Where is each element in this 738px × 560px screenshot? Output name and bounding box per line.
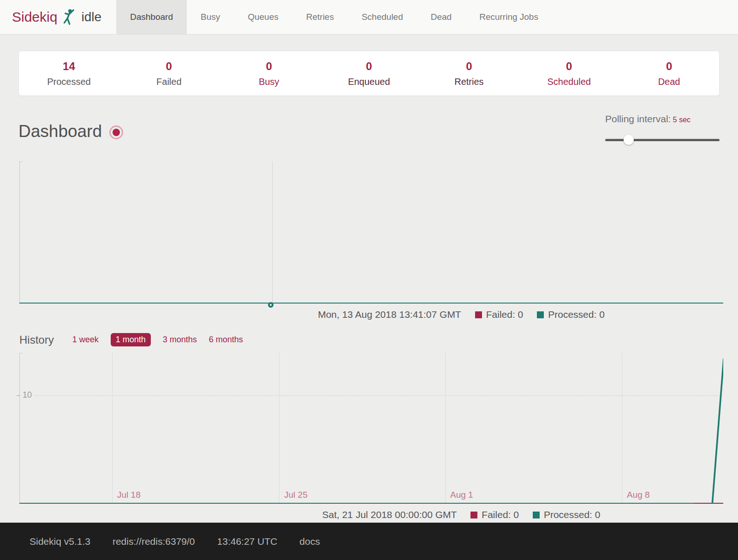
stat-retries-count: 0 (419, 60, 519, 73)
nav-tab-busy[interactable]: Busy (187, 0, 234, 34)
realtime-processed-line (19, 303, 723, 304)
stat-busy-link[interactable]: Busy (259, 77, 279, 87)
stat-processed-label: Processed (47, 77, 91, 87)
nav-tab-recurring-jobs[interactable]: Recurring Jobs (465, 0, 552, 34)
history-range-1-week[interactable]: 1 week (72, 335, 99, 345)
page-title: Dashboard (18, 122, 102, 141)
navbar: Sidekiq idle Dashboard Busy Queues Retri… (0, 0, 738, 35)
stat-enqueued: 0 Enqueued (319, 60, 419, 87)
footer-utc-time: 13:46:27 UTC (217, 536, 278, 547)
stat-processed: 14 Processed (19, 60, 119, 87)
realtime-legend-time: Mon, 13 Aug 2018 13:41:07 GMT (318, 309, 461, 320)
stat-busy: 0 Busy (219, 60, 319, 87)
polling-interval-label: Polling interval: (605, 113, 671, 124)
history-legend-time: Sat, 21 Jul 2018 00:00:00 GMT (322, 509, 457, 520)
processed-swatch-icon (533, 512, 540, 518)
history-range-6-months[interactable]: 6 months (209, 335, 243, 345)
realtime-legend: Mon, 13 Aug 2018 13:41:07 GMT Failed: 0 … (92, 309, 738, 320)
stat-retries: 0 Retries (419, 60, 519, 87)
processed-swatch-icon (537, 311, 544, 318)
history-legend: Sat, 21 Jul 2018 00:00:00 GMT Failed: 0 … (92, 509, 738, 520)
polling-interval-slider[interactable] (605, 135, 720, 145)
history-range-1-month[interactable]: 1 month (111, 333, 151, 346)
footer-docs-link[interactable]: docs (299, 536, 320, 547)
live-poll-beacon-icon (109, 125, 123, 139)
polling-interval-value[interactable]: 5 sec (673, 116, 690, 124)
realtime-y-axis (19, 161, 20, 304)
main-nav: Dashboard Busy Queues Retries Scheduled … (116, 0, 552, 34)
failed-swatch-icon (470, 512, 477, 518)
slider-thumb[interactable] (624, 135, 634, 145)
beacon-dot (113, 129, 120, 136)
y-tick-10: 10 (21, 390, 33, 400)
stat-scheduled: 0 Scheduled (519, 60, 619, 87)
footer-version: Sidekiq v5.1.3 (30, 536, 90, 547)
sidekiq-brand[interactable]: Sidekiq idle (0, 0, 111, 34)
stat-enqueued-link[interactable]: Enqueued (348, 77, 390, 87)
stat-failed-label: Failed (156, 77, 181, 87)
history-chart: 10 Jul 18 Jul 25 Aug 1 Aug 8 (19, 353, 723, 504)
stat-dead-link[interactable]: Dead (658, 77, 680, 87)
history-title: History (19, 334, 54, 346)
history-legend-failed: Failed: 0 (470, 509, 519, 520)
failed-swatch-icon (475, 311, 482, 318)
stat-processed-count: 14 (19, 60, 119, 73)
polling-controls: Polling interval: 5 sec (605, 113, 720, 145)
worker-status-text: idle (81, 10, 101, 24)
slider-track[interactable] (605, 139, 720, 141)
realtime-chart (19, 159, 723, 304)
sidekiq-ninja-icon (62, 9, 76, 25)
stat-enqueued-count: 0 (319, 60, 419, 73)
history-legend-processed: Processed: 0 (533, 509, 601, 520)
realtime-legend-processed: Processed: 0 (537, 309, 605, 320)
stat-scheduled-link[interactable]: Scheduled (547, 77, 591, 87)
history-range-3-months[interactable]: 3 months (163, 335, 197, 345)
nav-tab-queues[interactable]: Queues (234, 0, 292, 34)
summary-bar: 14 Processed 0 Failed 0 Busy 0 Enqueued … (18, 51, 720, 96)
history-header: History 1 week 1 month 3 months 6 months (19, 333, 720, 346)
history-processed-spike (19, 353, 723, 504)
nav-tab-dead[interactable]: Dead (417, 0, 465, 34)
stat-failed-count: 0 (119, 60, 219, 73)
stat-dead-count: 0 (619, 60, 719, 73)
stat-retries-link[interactable]: Retries (454, 77, 483, 87)
nav-tab-scheduled[interactable]: Scheduled (348, 0, 417, 34)
stat-scheduled-count: 0 (519, 60, 619, 73)
realtime-hover-dot (268, 302, 274, 308)
dashboard-header: Dashboard Polling interval: 5 sec (18, 118, 720, 145)
realtime-legend-failed: Failed: 0 (475, 309, 524, 320)
footer-redis-url: redis://redis:6379/0 (113, 536, 195, 547)
footer: Sidekiq v5.1.3 redis://redis:6379/0 13:4… (0, 523, 738, 560)
stat-dead: 0 Dead (619, 60, 719, 87)
stat-busy-count: 0 (219, 60, 319, 73)
nav-tab-retries[interactable]: Retries (292, 0, 348, 34)
stat-failed: 0 Failed (119, 60, 219, 87)
realtime-hover-cursor (272, 161, 273, 303)
nav-tab-dashboard[interactable]: Dashboard (116, 0, 187, 34)
brand-name: Sidekiq (12, 9, 57, 25)
